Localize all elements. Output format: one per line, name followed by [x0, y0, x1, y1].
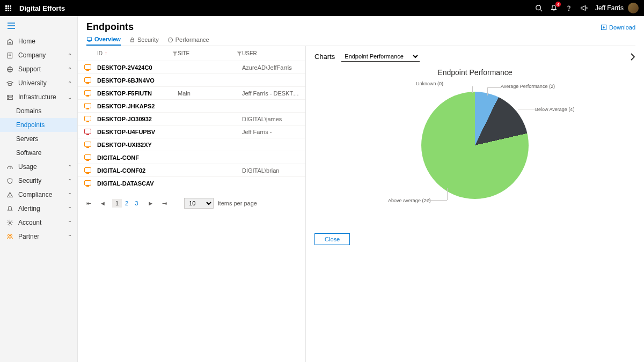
notification-bell-icon[interactable]: 4 — [550, 4, 558, 12]
pie-chart: Unknown (0) Average Performance (2) Belo… — [357, 81, 593, 220]
pager-last[interactable]: ⇥ — [160, 199, 169, 208]
sidebar-item-security[interactable]: Security⌃ — [0, 174, 77, 188]
pager-page-3[interactable]: 3 — [131, 199, 141, 208]
notification-badge: 4 — [555, 2, 561, 7]
sidebar-item-label: Company — [18, 51, 46, 59]
sidebar-item-label: Compliance — [18, 191, 52, 198]
table-row[interactable]: DESKTOP-U4FUPBV Jeff Farris - — [78, 125, 305, 138]
chart-type-select[interactable]: Endpoint Performance — [341, 51, 420, 62]
col-site-header[interactable]: SITE — [178, 50, 189, 56]
avatar[interactable] — [628, 3, 639, 13]
grad-icon — [6, 80, 14, 87]
pager-next[interactable]: ► — [145, 199, 156, 208]
table-row[interactable]: DESKTOP-JHKAPS2 — [78, 99, 305, 112]
partner-icon — [6, 233, 14, 240]
svg-point-16 — [8, 95, 9, 96]
endpoint-icon — [84, 154, 91, 160]
endpoint-icon — [84, 129, 91, 134]
sidebar-toggle-icon[interactable] — [0, 20, 77, 34]
sidebar-item-domains[interactable]: Domains — [0, 104, 77, 118]
sidebar-item-account[interactable]: Account⌃ — [0, 216, 77, 230]
sidebar-item-usage[interactable]: Usage⌃ — [0, 160, 77, 174]
sidebar-item-label: Domains — [16, 107, 41, 115]
filter-icon[interactable] — [237, 51, 242, 56]
pager-first[interactable]: ⇤ — [84, 199, 93, 208]
page-size-select[interactable]: 10 — [184, 198, 214, 209]
table-row[interactable]: DIGITAL-CONF02 DIGITAL\brian — [78, 164, 305, 176]
expand-icon[interactable] — [630, 53, 635, 61]
chevron-up-icon: ⌃ — [68, 220, 72, 226]
sidebar-item-label: Support — [18, 65, 41, 73]
table-header: ID ↑ SITE US — [78, 46, 305, 61]
filter-icon[interactable] — [172, 51, 178, 56]
svg-line-18 — [10, 167, 11, 168]
pie-label-below: Below Average (4) — [535, 107, 574, 112]
svg-rect-25 — [87, 38, 91, 41]
sidebar-item-label: University — [18, 79, 47, 87]
sidebar-item-university[interactable]: University⌃ — [0, 76, 77, 90]
sidebar-item-company[interactable]: Company⌃ — [0, 48, 77, 62]
pager-prev[interactable]: ◄ — [98, 199, 108, 208]
svg-point-21 — [9, 221, 11, 223]
sidebar-item-compliance[interactable]: Compliance⌃ — [0, 188, 77, 202]
charts-label: Charts — [314, 53, 335, 61]
table-row[interactable]: DESKTOP-UXI32XY — [78, 138, 305, 151]
server-icon — [6, 94, 14, 101]
table-row[interactable]: DIGITAL-DATASCAV — [78, 176, 305, 189]
warn-icon — [6, 191, 14, 198]
sort-asc-icon[interactable]: ↑ — [105, 50, 107, 56]
search-icon[interactable] — [535, 4, 543, 12]
sidebar-item-servers[interactable]: Servers — [0, 132, 77, 146]
per-page-label: items per page — [218, 200, 257, 206]
cell-id: DIGITAL-CONF — [97, 154, 178, 161]
table-row[interactable]: DIGITAL-CONF — [78, 151, 305, 164]
sidebar-item-label: Home — [18, 38, 35, 45]
chevron-up-icon: ⌃ — [68, 164, 72, 170]
sidebar-item-home[interactable]: Home — [0, 34, 77, 48]
tabs: OverviewSecurityPerformance — [86, 36, 635, 46]
sidebar-item-partner[interactable]: Partner⌃ — [0, 230, 77, 243]
chevron-up-icon: ⌃ — [68, 192, 72, 198]
svg-line-29 — [170, 39, 171, 40]
tab-security[interactable]: Security — [129, 36, 159, 46]
chevron-up-icon: ⌃ — [68, 178, 72, 184]
chevron-up-icon: ⌃ — [68, 206, 72, 212]
sidebar-item-label: Account — [18, 219, 41, 226]
svg-point-22 — [8, 234, 9, 236]
table-row[interactable]: DESKTOP-6BJN4VO — [78, 73, 305, 86]
tab-performance[interactable]: Performance — [167, 36, 209, 46]
topbar: Digital Efforts 4 Jeff Farris — [0, 0, 644, 16]
table-row[interactable]: DESKTOP-2V424C0 AzureAD\JeffFarris — [78, 61, 305, 73]
svg-point-17 — [8, 98, 9, 99]
table-row[interactable]: DESKTOP-JO30932 DIGITAL\james — [78, 112, 305, 125]
megaphone-icon[interactable] — [580, 4, 588, 12]
chevron-up-icon: ⌃ — [68, 234, 72, 240]
cell-id: DESKTOP-6BJN4VO — [97, 77, 178, 84]
chevron-up-icon: ⌃ — [68, 53, 72, 58]
shield-icon — [6, 178, 14, 184]
sidebar-item-alerting[interactable]: Alerting⌃ — [0, 202, 77, 216]
col-id-header[interactable]: ID — [97, 50, 103, 56]
cell-site: Main — [178, 90, 242, 97]
cell-user: DIGITAL\brian — [242, 167, 299, 174]
close-button[interactable]: Close — [314, 233, 350, 245]
sidebar-item-endpoints[interactable]: Endpoints — [0, 118, 77, 132]
lock-icon — [129, 37, 135, 43]
sidebar-item-support[interactable]: Support⌃ — [0, 62, 77, 76]
table-row[interactable]: DESKTOP-F5FIUTN Main Jeff Farris - DESKT… — [78, 86, 305, 99]
pager-page-2[interactable]: 2 — [122, 199, 131, 208]
sidebar-item-software[interactable]: Software — [0, 146, 77, 160]
download-icon — [601, 24, 607, 31]
sidebar-item-infrastructure[interactable]: Infrastructure⌄ — [0, 90, 77, 104]
col-user-header[interactable]: USER — [242, 50, 257, 56]
endpoint-icon — [84, 77, 91, 83]
help-icon[interactable] — [565, 4, 573, 12]
pager-page-1[interactable]: 1 — [112, 199, 122, 208]
tab-overview[interactable]: Overview — [86, 36, 121, 46]
globe-icon — [6, 66, 14, 73]
app-launcher-icon[interactable] — [5, 4, 13, 12]
endpoint-icon — [84, 167, 91, 173]
download-button[interactable]: Download — [601, 24, 635, 31]
sidebar-item-label: Servers — [16, 135, 38, 143]
cell-id: DESKTOP-JO30932 — [97, 116, 178, 122]
